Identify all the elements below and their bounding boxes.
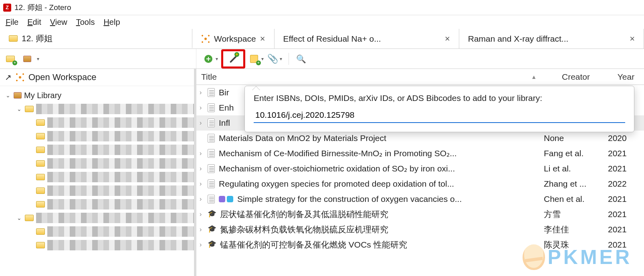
table-row[interactable]: ›Mechanism of Ce-Modified Birnessite-MnO…	[196, 146, 644, 161]
tree-row[interactable]	[0, 197, 194, 211]
tree-row[interactable]	[0, 116, 194, 129]
item-creator: Fang et al.	[544, 149, 608, 158]
redacted-label	[47, 172, 194, 182]
redacted-label	[47, 117, 194, 128]
column-creator[interactable]: Creator	[544, 72, 608, 82]
menu-edit[interactable]: Edit	[27, 18, 41, 27]
table-row[interactable]: ›Mechanism of over-stoichiometric oxidat…	[196, 161, 644, 176]
new-note-button[interactable]	[248, 54, 260, 64]
table-row[interactable]: Materials Data on MnO2 by Materials Proj…	[196, 131, 644, 146]
item-year: 2021	[608, 164, 644, 173]
folder-icon	[36, 242, 45, 248]
document-icon	[208, 164, 215, 173]
network-icon	[201, 34, 210, 43]
chevron-right-icon[interactable]: ›	[200, 241, 208, 248]
tree-row[interactable]	[0, 170, 194, 184]
item-year: 2021	[608, 194, 644, 204]
chevron-down-icon[interactable]: ⌄	[17, 215, 22, 221]
column-title-label: Title	[201, 72, 217, 82]
tree-row[interactable]	[0, 129, 194, 143]
chevron-down-icon[interactable]: ▾	[37, 56, 39, 62]
menu-view[interactable]: View	[50, 18, 67, 27]
tab-label: Raman and X-ray diffract...	[468, 34, 569, 44]
menu-help[interactable]: Help	[103, 18, 120, 27]
table-row[interactable]: ›层状锰基催化剂的制备及其低温脱硝性能研究方雪2021	[196, 207, 644, 222]
item-title: 层状锰基催化剂的制备及其低温脱硝性能研究	[220, 209, 544, 220]
tree-row[interactable]	[0, 157, 194, 170]
document-icon	[208, 119, 215, 127]
tree-row[interactable]: ⌄	[0, 211, 194, 225]
tree-row[interactable]	[0, 225, 194, 238]
identifier-input[interactable]	[254, 108, 625, 123]
tab-document-1[interactable]: Effect of Residual Na+ o... ×	[275, 29, 459, 48]
sort-ascending-icon: ▲	[531, 74, 537, 80]
menu-file[interactable]: File	[6, 18, 18, 27]
document-icon	[208, 195, 215, 203]
chevron-down-icon[interactable]: ⌄	[6, 92, 11, 99]
item-title: 锰基催化剂的可控制备及催化燃烧 VOCs 性能研究	[220, 239, 544, 250]
tree-label: My Library	[24, 91, 61, 100]
item-creator: Chen et al.	[544, 194, 608, 204]
chevron-right-icon[interactable]: ›	[200, 226, 208, 233]
main-split: ↗ Open Workspace ⌄ My Library ⌄ ⌄	[0, 69, 644, 276]
tree-row[interactable]	[0, 184, 194, 197]
chevron-right-icon[interactable]: ›	[200, 104, 208, 111]
open-workspace-link[interactable]: ↗ Open Workspace	[0, 69, 194, 86]
chevron-down-icon[interactable]: ⌄	[17, 106, 22, 112]
folder-icon	[36, 133, 45, 139]
tree-row[interactable]	[0, 143, 194, 157]
color-tags	[219, 196, 233, 202]
close-icon[interactable]: ×	[630, 34, 635, 44]
toolbar: ▾ ▾ ▾ 📎 ▾ 🔍	[0, 49, 644, 69]
tree-row[interactable]	[0, 238, 194, 252]
item-title: Regulating oxygen species for promoted d…	[219, 179, 544, 189]
table-row[interactable]: ›锰基催化剂的可控制备及催化燃烧 VOCs 性能研究陈灵珠2021	[196, 237, 644, 252]
new-item-button[interactable]	[203, 54, 214, 64]
window-titlebar: Z 12. 师姐 - Zotero	[0, 0, 644, 15]
document-icon	[208, 134, 215, 143]
item-creator: 方雪	[544, 209, 608, 220]
folder-icon	[36, 187, 45, 194]
chevron-down-icon[interactable]: ▾	[261, 56, 264, 62]
tab-workspace[interactable]: Workspace ×	[192, 29, 275, 48]
chevron-right-icon[interactable]: ›	[200, 165, 208, 172]
tab-label: Workspace	[214, 34, 256, 44]
tab-library[interactable]: 12. 师姐	[0, 29, 192, 48]
new-collection-button[interactable]	[5, 54, 16, 64]
chevron-down-icon[interactable]: ▾	[280, 56, 282, 62]
add-by-identifier-button[interactable]	[221, 49, 245, 68]
redacted-label	[47, 131, 194, 141]
graduation-cap-icon	[208, 225, 216, 234]
chevron-right-icon[interactable]: ›	[200, 195, 208, 203]
chevron-right-icon[interactable]: ›	[200, 150, 208, 157]
divider	[289, 53, 289, 65]
tab-document-2[interactable]: Raman and X-ray diffract... ×	[459, 29, 644, 48]
close-icon[interactable]: ×	[260, 34, 265, 44]
collections-pane: ↗ Open Workspace ⌄ My Library ⌄ ⌄	[0, 69, 196, 276]
redacted-label	[47, 199, 194, 210]
column-year[interactable]: Year	[608, 72, 644, 82]
advanced-search-button[interactable]: 🔍	[295, 54, 307, 64]
external-link-icon: ↗	[5, 73, 12, 82]
new-library-button[interactable]	[22, 54, 33, 64]
collection-tree[interactable]: ⌄ My Library ⌄ ⌄	[0, 86, 194, 254]
network-icon	[16, 73, 24, 82]
toolbar-right: ▾ ▾ 📎 ▾ 🔍	[196, 49, 644, 68]
column-title[interactable]: Title ▲	[200, 72, 544, 82]
chevron-right-icon[interactable]: ›	[200, 211, 208, 218]
chevron-down-icon[interactable]: ▾	[216, 56, 218, 62]
table-row[interactable]: ›氮掺杂碳材料负载铁氧化物脱硫反应机理研究李佳佳2021	[196, 222, 644, 237]
table-row[interactable]: ›Simple strategy for the construction of…	[196, 191, 644, 207]
add-attachment-button[interactable]: 📎	[267, 54, 278, 64]
chevron-right-icon[interactable]: ›	[200, 89, 208, 96]
item-creator: 陈灵珠	[544, 239, 608, 250]
menu-tools[interactable]: Tools	[76, 18, 95, 27]
tree-row[interactable]: ⌄	[0, 102, 194, 116]
tree-my-library[interactable]: ⌄ My Library	[0, 89, 194, 102]
chevron-right-icon[interactable]: ›	[200, 180, 208, 187]
document-icon	[208, 149, 215, 158]
table-row[interactable]: ›Regulating oxygen species for promoted …	[196, 176, 644, 191]
close-icon[interactable]: ×	[445, 34, 450, 44]
chevron-right-icon[interactable]: ›	[200, 119, 208, 127]
app-icon: Z	[3, 4, 11, 12]
